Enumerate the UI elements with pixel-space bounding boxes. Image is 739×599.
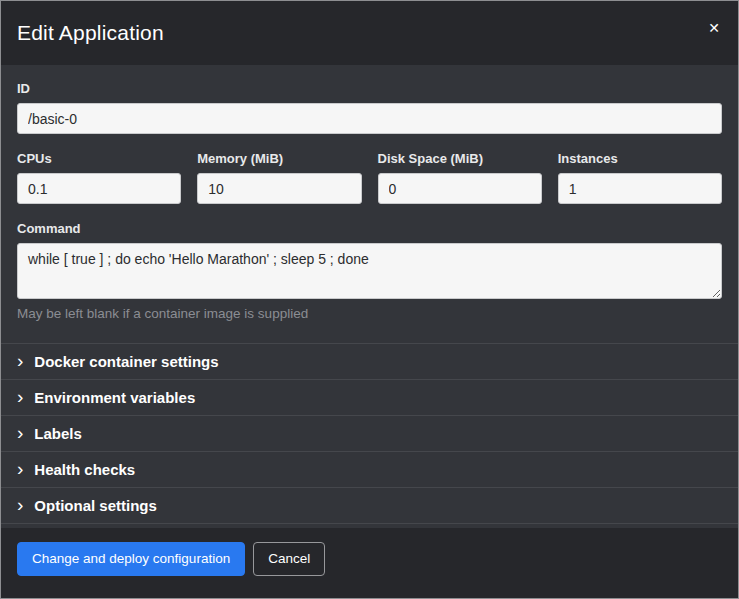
disk-input[interactable] bbox=[378, 173, 542, 204]
section-docker-container-settings[interactable]: › Docker container settings bbox=[1, 343, 738, 379]
edit-application-modal: Edit Application ✕ ID CPUs Memory (MiB) … bbox=[0, 0, 739, 599]
instances-label: Instances bbox=[558, 151, 722, 166]
command-field: Command while [ true ] ; do echo 'Hello … bbox=[17, 221, 722, 321]
form-body: ID CPUs Memory (MiB) Disk Space (MiB) In… bbox=[1, 65, 738, 327]
instances-field: Instances bbox=[558, 151, 722, 204]
section-label: Environment variables bbox=[34, 389, 195, 406]
chevron-right-icon: › bbox=[17, 354, 23, 368]
section-label: Docker container settings bbox=[34, 353, 218, 370]
modal-header: Edit Application ✕ bbox=[1, 1, 738, 65]
close-icon[interactable]: ✕ bbox=[704, 17, 724, 39]
chevron-right-icon: › bbox=[17, 462, 23, 476]
chevron-right-icon: › bbox=[17, 426, 23, 440]
section-label: Health checks bbox=[34, 461, 135, 478]
section-label: Labels bbox=[34, 425, 82, 442]
modal-title: Edit Application bbox=[17, 21, 164, 45]
cancel-button[interactable]: Cancel bbox=[253, 542, 325, 576]
chevron-right-icon: › bbox=[17, 390, 23, 404]
section-health-checks[interactable]: › Health checks bbox=[1, 451, 738, 487]
section-environment-variables[interactable]: › Environment variables bbox=[1, 379, 738, 415]
memory-field: Memory (MiB) bbox=[197, 151, 361, 204]
memory-label: Memory (MiB) bbox=[197, 151, 361, 166]
id-input[interactable] bbox=[17, 103, 722, 134]
resources-row: CPUs Memory (MiB) Disk Space (MiB) Insta… bbox=[17, 151, 722, 204]
chevron-right-icon: › bbox=[17, 498, 23, 512]
modal-footer: Change and deploy configuration Cancel bbox=[1, 528, 738, 598]
cpus-input[interactable] bbox=[17, 173, 181, 204]
section-label: Optional settings bbox=[34, 497, 157, 514]
command-input[interactable]: while [ true ] ; do echo 'Hello Marathon… bbox=[17, 243, 722, 299]
instances-input[interactable] bbox=[558, 173, 722, 204]
collapsible-sections: › Docker container settings › Environmen… bbox=[1, 343, 738, 524]
id-label: ID bbox=[17, 81, 722, 96]
change-and-deploy-button[interactable]: Change and deploy configuration bbox=[17, 542, 245, 576]
id-field: ID bbox=[17, 81, 722, 134]
command-help-text: May be left blank if a container image i… bbox=[17, 306, 722, 321]
cpus-label: CPUs bbox=[17, 151, 181, 166]
disk-field: Disk Space (MiB) bbox=[378, 151, 542, 204]
section-labels[interactable]: › Labels bbox=[1, 415, 738, 451]
disk-label: Disk Space (MiB) bbox=[378, 151, 542, 166]
cpus-field: CPUs bbox=[17, 151, 181, 204]
section-optional-settings[interactable]: › Optional settings bbox=[1, 487, 738, 524]
command-label: Command bbox=[17, 221, 722, 236]
memory-input[interactable] bbox=[197, 173, 361, 204]
